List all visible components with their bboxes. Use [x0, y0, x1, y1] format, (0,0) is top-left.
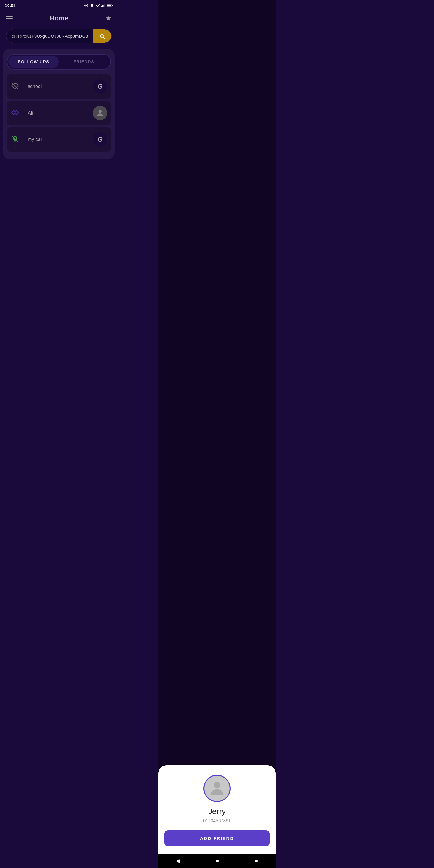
svg-point-1: [85, 4, 87, 6]
search-button[interactable]: [93, 29, 111, 43]
svg-point-10: [14, 112, 16, 113]
avatar: G: [93, 132, 107, 147]
divider: [24, 135, 24, 144]
eye-hidden-icon: [10, 82, 20, 91]
divider: [24, 82, 24, 91]
list-item-label: Ali: [28, 110, 93, 116]
search-bar: [6, 29, 112, 43]
status-icons: [84, 3, 113, 8]
tab-follow-ups[interactable]: FOLLOW-UPS: [8, 56, 59, 68]
tab-friends[interactable]: FRIENDS: [59, 56, 109, 68]
header: Home ★: [0, 11, 118, 26]
svg-rect-3: [102, 5, 103, 7]
list-item-label: my car: [28, 137, 93, 142]
svg-rect-4: [103, 4, 104, 7]
search-icon: [99, 33, 105, 39]
list-item[interactable]: my car G: [7, 127, 111, 152]
eye-visible-icon: [10, 109, 20, 117]
list-item-label: school: [28, 84, 93, 89]
signal-icon: [101, 4, 105, 7]
favorites-button[interactable]: ★: [105, 14, 112, 22]
svg-rect-7: [107, 4, 111, 6]
avatar: G: [93, 79, 107, 94]
location-icon: [90, 3, 94, 8]
list-item[interactable]: Ali: [7, 101, 111, 125]
svg-rect-5: [104, 4, 105, 7]
location-off-icon: [10, 135, 20, 144]
svg-rect-8: [112, 5, 113, 6]
divider: [24, 108, 24, 118]
tabs-container: FOLLOW-UPS FRIENDS: [7, 54, 111, 70]
wifi-icon: [95, 4, 100, 7]
main-card: FOLLOW-UPS FRIENDS school G Ali: [3, 49, 115, 159]
status-time: 10:08: [5, 3, 16, 8]
status-bar: 10:08: [0, 0, 118, 11]
menu-line-3: [6, 20, 13, 21]
avatar: [93, 106, 107, 120]
battery-icon: [107, 4, 113, 7]
menu-line-1: [6, 16, 13, 17]
list-item[interactable]: school G: [7, 74, 111, 98]
svg-point-11: [98, 110, 102, 113]
recording-icon: [84, 3, 89, 8]
menu-line-2: [6, 18, 13, 19]
svg-rect-2: [101, 6, 102, 7]
page-title: Home: [50, 14, 68, 22]
search-input[interactable]: [6, 29, 93, 43]
menu-button[interactable]: [6, 16, 13, 21]
